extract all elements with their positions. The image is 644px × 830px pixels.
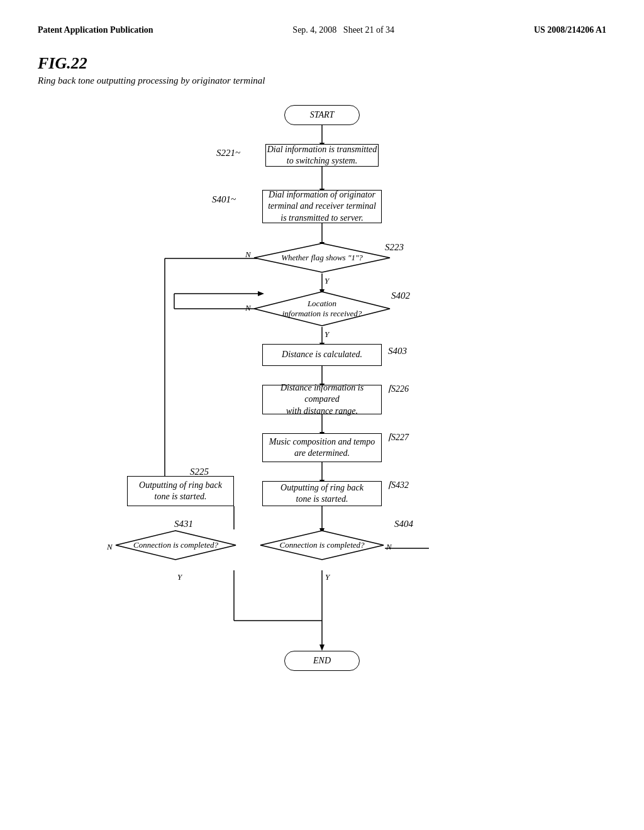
step-S401: Dial information of originatorterminal a… bbox=[262, 190, 382, 223]
step-label-S431: S431 bbox=[174, 519, 193, 529]
step-S404: Connection is completed? bbox=[259, 529, 385, 561]
svg-marker-24 bbox=[319, 645, 325, 651]
step-S227: Music composition and tempoare determine… bbox=[262, 433, 382, 462]
step-label-S402: S402 bbox=[391, 290, 410, 301]
arrow-label-S431-Y: Y bbox=[177, 572, 182, 582]
header-sheet: Sheet 21 of 34 bbox=[343, 25, 394, 35]
arrow-label-S404-Y: Y bbox=[325, 572, 330, 582]
step-S225: Outputting of ring backtone is started. bbox=[127, 476, 234, 506]
step-label-S432: ⌈S432 bbox=[388, 480, 409, 490]
step-S403: Distance is calculated. bbox=[262, 344, 382, 366]
header: Patent Application Publication Sep. 4, 2… bbox=[38, 25, 606, 35]
header-left: Patent Application Publication bbox=[38, 25, 153, 35]
end-node: END bbox=[284, 651, 360, 671]
step-S431: Connection is completed? bbox=[114, 529, 237, 561]
header-date: Sep. 4, 2008 bbox=[292, 25, 336, 35]
arrow-label-S223-N: N bbox=[245, 250, 251, 260]
arrow-label-S431-N: N bbox=[107, 542, 113, 552]
arrow-label-S404-N: N bbox=[386, 542, 392, 552]
step-label-S403: S403 bbox=[388, 346, 407, 357]
step-S402: Locationinformation is received? bbox=[253, 290, 391, 327]
step-label-S221: S221~ bbox=[216, 148, 240, 158]
arrow-label-S402-Y: Y bbox=[325, 329, 329, 340]
step-label-S226: ⌈S226 bbox=[388, 384, 409, 394]
arrow-label-S223-Y: Y bbox=[325, 276, 329, 286]
header-right: US 2008/214206 A1 bbox=[534, 25, 606, 35]
step-S432: Outputting of ring backtone is started. bbox=[262, 481, 382, 506]
end-label: END bbox=[313, 655, 331, 667]
page: Patent Application Publication Sep. 4, 2… bbox=[0, 0, 644, 830]
header-center: Sep. 4, 2008 Sheet 21 of 34 bbox=[292, 25, 394, 35]
step-label-S227: ⌈S227 bbox=[388, 432, 409, 443]
figure-subtitle: Ring back tone outputting processing by … bbox=[38, 75, 606, 86]
arrow-label-S402-N: N bbox=[245, 303, 251, 313]
step-label-S401: S401~ bbox=[212, 194, 236, 205]
start-node: START bbox=[284, 105, 360, 125]
step-label-S404: S404 bbox=[394, 519, 413, 529]
figure-title: FIG.22 bbox=[38, 54, 606, 73]
step-S221: Dial information is transmittedto switch… bbox=[265, 144, 379, 167]
step-S223: Whether flag shows "1"? bbox=[253, 242, 391, 274]
flowchart: START S221~ Dial information is transmit… bbox=[52, 99, 592, 759]
start-label: START bbox=[310, 109, 335, 121]
step-S226: Distance information is comparedwith dis… bbox=[262, 385, 382, 414]
